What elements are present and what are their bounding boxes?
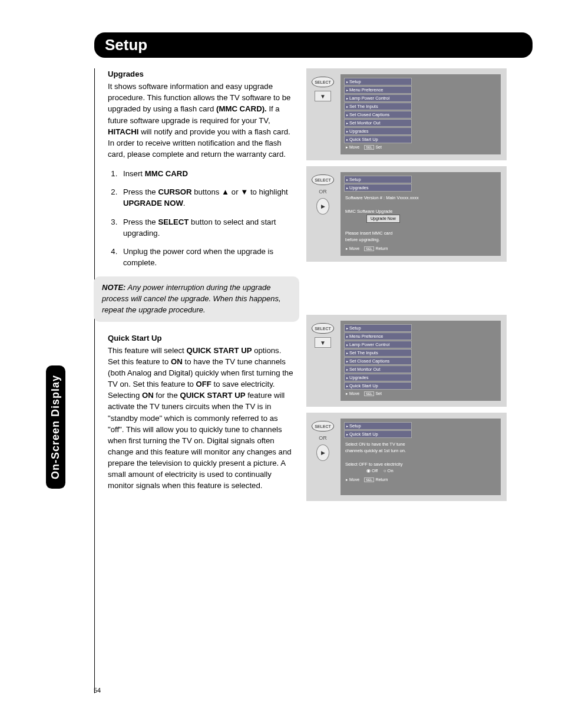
text-bold: MMC CARD: [145, 169, 188, 178]
quickstart-para: This feature will select QUICK START UP …: [108, 345, 295, 492]
text: Set: [375, 391, 382, 396]
osd-panel-quickstart: SELECT OR ▶ Setup Quick Start Up Select …: [306, 413, 507, 501]
right-arrow-icon[interactable]: ▶: [316, 444, 329, 461]
select-button[interactable]: SELECT: [312, 323, 334, 334]
on-option[interactable]: ○ On: [384, 467, 394, 474]
text-bold: QUICK START UP: [186, 346, 252, 355]
select-button[interactable]: SELECT: [312, 421, 334, 431]
menu-footer: ▸ Move SEL Return: [344, 245, 497, 252]
menu-item[interactable]: Set Monitor Out: [344, 119, 412, 127]
text: buttons ▲ or ▼ to highlight: [192, 187, 288, 196]
menu-item[interactable]: Upgrades: [344, 374, 412, 381]
text: Off: [372, 468, 378, 473]
menu-crumb: Quick Start Up: [344, 430, 412, 438]
warn-text: Please Insert MMC card: [345, 230, 496, 236]
step-3: Press the SELECT button to select and st…: [120, 216, 295, 239]
text-bold: (MMC CARD).: [216, 104, 267, 113]
text: Return: [375, 477, 388, 482]
menu-item[interactable]: Setup: [344, 324, 412, 332]
text: Insert: [123, 169, 145, 178]
text: SEL: [364, 477, 374, 482]
text-bold: ON: [142, 391, 154, 400]
step-4: Unplug the power cord when the upgrade i…: [120, 246, 295, 268]
osd-column: SELECT ▼ Setup Menu Preference Lamp Powe…: [306, 68, 507, 693]
text: Move: [349, 145, 359, 149]
text: This feature will select: [108, 346, 186, 355]
menu-footer: ▸ Move SEL Set: [344, 144, 412, 151]
right-arrow-icon[interactable]: ▶: [316, 198, 329, 215]
warn-text: before upgrading.: [345, 236, 496, 243]
osd-panel-setup-menu-2: SELECT ▼ Setup Menu Preference Lamp Powe…: [306, 315, 507, 407]
text-bold: CURSOR: [158, 187, 191, 196]
text: Press the: [123, 218, 158, 226]
menu-item[interactable]: Lamp Power Control: [344, 341, 412, 348]
page-title: Setup: [94, 32, 533, 58]
upgrade-steps: Insert MMC CARD Press the CURSOR buttons…: [108, 168, 295, 268]
menu-item[interactable]: Quick Start Up: [344, 136, 412, 143]
menu-item[interactable]: Set The Inputs: [344, 349, 412, 357]
text-bold: UPGRADE NOW: [123, 199, 183, 207]
menu-item[interactable]: Upgrades: [344, 127, 412, 135]
mmc-upgrade-label: MMC Software Upgrade: [345, 208, 496, 215]
note-label: NOTE:: [102, 283, 125, 292]
note-text: Any power interruption during the upgrad…: [102, 283, 281, 314]
qs-line: channels quickly at 1st turn on.: [345, 447, 496, 454]
text: Move: [349, 246, 359, 251]
page-number: 54: [94, 686, 101, 696]
menu-item[interactable]: Setup: [344, 78, 412, 85]
text: Move: [349, 477, 359, 482]
text: On: [388, 468, 394, 473]
text-bold: QUICK START UP: [180, 391, 245, 400]
or-text: OR: [319, 189, 327, 195]
text: Press the: [123, 187, 158, 196]
step-1: Insert MMC CARD: [120, 168, 295, 179]
text: SEL: [364, 246, 374, 251]
menu-item[interactable]: Lamp Power Control: [344, 94, 412, 102]
menu-item[interactable]: Menu Preference: [344, 332, 412, 340]
text-column: 54 Upgrades It shows software informatio…: [94, 68, 295, 693]
side-tab: On-Screen Display: [46, 365, 65, 489]
note-box: NOTE: Any power interruption during the …: [94, 276, 299, 322]
menu-item[interactable]: Set Monitor Out: [344, 365, 412, 373]
or-text: OR: [319, 435, 327, 441]
text: SEL: [364, 391, 374, 396]
upgrades-heading: Upgrades: [108, 68, 295, 80]
text: .: [183, 199, 186, 207]
osd-panel-setup-menu: SELECT ▼ Setup Menu Preference Lamp Powe…: [306, 68, 507, 160]
down-arrow-icon[interactable]: ▼: [315, 91, 331, 101]
menu-item[interactable]: Menu Preference: [344, 86, 412, 94]
software-version: Software Version # : Main Vxxxx.xxxx: [345, 195, 496, 201]
text-bold: HITACHI: [108, 127, 139, 136]
text: SEL: [364, 145, 374, 150]
quickstart-heading: Quick Start Up: [108, 332, 295, 344]
text: for the: [154, 391, 180, 400]
setup-menu-list: Setup Menu Preference Lamp Power Control…: [344, 324, 412, 397]
menu-crumb: Setup: [344, 422, 412, 430]
text: Move: [349, 391, 359, 396]
menu-crumb: Upgrades: [344, 184, 412, 192]
text: feature will activate the TV tuners circ…: [108, 391, 292, 490]
text-bold: ON: [171, 357, 183, 366]
text-bold: OFF: [196, 380, 211, 388]
menu-crumb: Setup: [344, 176, 412, 183]
upgrade-now-button[interactable]: Upgrade Now: [366, 215, 400, 223]
menu-item[interactable]: Set The Inputs: [344, 103, 412, 110]
down-arrow-icon[interactable]: ▼: [315, 337, 331, 348]
select-button[interactable]: SELECT: [312, 77, 334, 87]
select-button[interactable]: SELECT: [312, 174, 334, 185]
text: Return: [375, 246, 388, 251]
step-2: Press the CURSOR buttons ▲ or ▼ to highl…: [120, 186, 295, 209]
menu-footer: ▸ Move SEL Return: [344, 476, 497, 483]
menu-item[interactable]: Set Closed Captions: [344, 357, 412, 365]
qs-line: Select ON to have the TV tune: [345, 441, 496, 447]
upgrades-intro: It shows software information and easy u…: [108, 81, 295, 160]
osd-panel-upgrades: SELECT OR ▶ Setup Upgrades Software Vers…: [306, 166, 507, 262]
text-bold: SELECT: [158, 218, 189, 226]
qs-line: Select OFF to save electricity: [345, 461, 496, 467]
off-option[interactable]: ◉ Off: [366, 467, 378, 474]
setup-menu-list: Setup Menu Preference Lamp Power Control…: [344, 78, 412, 151]
text: Set: [375, 145, 382, 149]
menu-footer: ▸ Move SEL Set: [344, 390, 412, 397]
menu-item[interactable]: Quick Start Up: [344, 382, 412, 390]
menu-item[interactable]: Set Closed Captions: [344, 111, 412, 118]
